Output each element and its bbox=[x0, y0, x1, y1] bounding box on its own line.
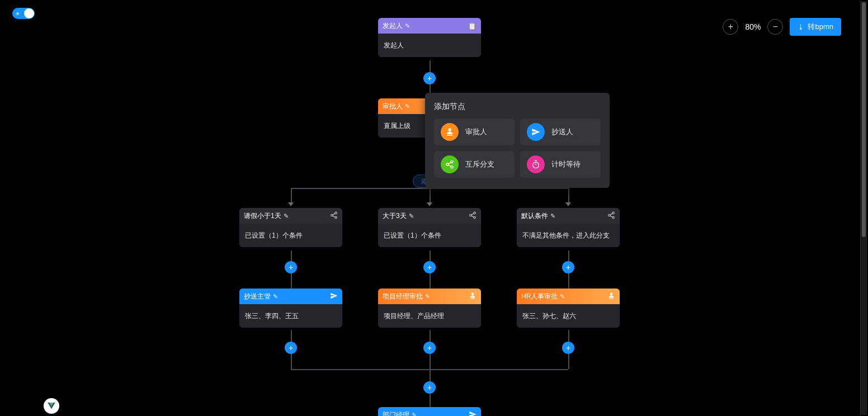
connector bbox=[291, 188, 292, 204]
add-plus-button[interactable]: + bbox=[423, 342, 436, 354]
flow-canvas[interactable]: 发起人 ✎ 📋 发起人 + 审批人 ✎ 直属上级 添加条件 请假小于1天 ✎ bbox=[0, 0, 868, 416]
node-header: 请假小于1天 ✎ bbox=[239, 208, 342, 224]
svg-line-4 bbox=[333, 215, 335, 216]
zoom-level: 80% bbox=[745, 22, 761, 31]
edit-icon[interactable]: ✎ bbox=[405, 22, 410, 30]
svg-line-18 bbox=[449, 162, 451, 164]
share-icon bbox=[441, 155, 459, 173]
add-plus-button[interactable]: + bbox=[562, 261, 574, 273]
add-plus-button[interactable]: + bbox=[285, 342, 297, 354]
svg-line-19 bbox=[449, 165, 451, 167]
svg-point-12 bbox=[612, 216, 615, 219]
popover-option-exclusive-branch[interactable]: 互斥分支 bbox=[434, 151, 515, 178]
popover-option-approver[interactable]: 审批人 bbox=[434, 119, 515, 145]
share-icon bbox=[607, 211, 615, 221]
edit-icon[interactable]: ✎ bbox=[412, 412, 417, 417]
node-header: 发起人 ✎ 📋 bbox=[378, 18, 481, 34]
node-condition-2[interactable]: 大于3天 ✎ 已设置（1）个条件 bbox=[378, 208, 481, 247]
svg-point-5 bbox=[474, 212, 476, 214]
stamp-icon bbox=[607, 292, 615, 301]
send-icon bbox=[527, 123, 545, 141]
node-body: 项目经理、产品经理 bbox=[378, 304, 481, 328]
node-title: 发起人 bbox=[383, 21, 403, 31]
scrollbar-thumb[interactable] bbox=[862, 2, 866, 237]
scrollbar[interactable] bbox=[860, 1, 867, 415]
node-title: 审批人 bbox=[383, 102, 403, 111]
edit-icon[interactable]: ✎ bbox=[550, 212, 555, 220]
edit-icon[interactable]: ✎ bbox=[405, 103, 410, 110]
node-header: 项目经理审批 ✎ bbox=[378, 289, 481, 304]
zoom-out-button[interactable]: − bbox=[767, 19, 783, 35]
node-title: 请假小于1天 bbox=[244, 211, 281, 221]
stamp-icon bbox=[469, 292, 477, 301]
node-header: HR人事审批 ✎ bbox=[517, 289, 620, 304]
node-title: 部门经理 bbox=[383, 410, 409, 417]
node-body: 已设置（1）个条件 bbox=[239, 224, 342, 247]
node-body: 已设置（1）个条件 bbox=[378, 224, 481, 247]
svg-point-17 bbox=[451, 166, 453, 168]
node-body: 不满足其他条件，进入此分支 bbox=[517, 224, 620, 247]
option-label: 互斥分支 bbox=[465, 159, 494, 169]
popover-title: 添加节点 bbox=[434, 102, 601, 112]
top-controls: + 80% − ⭳ 转bpmn bbox=[723, 18, 841, 36]
node-initiator[interactable]: 发起人 ✎ 📋 发起人 bbox=[378, 18, 481, 57]
node-pm-approval[interactable]: 项目经理审批 ✎ 项目经理、产品经理 bbox=[378, 289, 481, 328]
connector bbox=[430, 188, 431, 204]
node-body: 张三、孙七、赵六 bbox=[517, 304, 620, 328]
node-dept-manager[interactable]: 部门经理 ✎ bbox=[378, 407, 481, 416]
download-icon: ⭳ bbox=[798, 23, 804, 31]
arrow-icon bbox=[565, 202, 571, 206]
option-label: 抄送人 bbox=[551, 127, 573, 137]
popover-option-timer-wait[interactable]: 计时等待 bbox=[520, 151, 601, 178]
popover-option-cc[interactable]: 抄送人 bbox=[520, 119, 601, 145]
edit-icon[interactable]: ✎ bbox=[409, 212, 414, 220]
node-title: 大于3天 bbox=[383, 211, 407, 221]
option-label: 审批人 bbox=[465, 127, 487, 137]
svg-point-0 bbox=[335, 212, 337, 214]
svg-point-7 bbox=[474, 216, 476, 219]
node-header: 部门经理 ✎ bbox=[378, 407, 481, 416]
svg-point-16 bbox=[446, 163, 449, 166]
export-label: 转bpmn bbox=[808, 22, 833, 32]
edit-icon[interactable]: ✎ bbox=[425, 293, 430, 300]
send-icon bbox=[330, 292, 338, 301]
svg-line-9 bbox=[471, 215, 474, 216]
node-header: 抄送主管 ✎ bbox=[239, 289, 342, 304]
toggle-knob bbox=[24, 8, 34, 18]
node-body: 发起人 bbox=[378, 34, 481, 57]
svg-line-3 bbox=[333, 213, 335, 214]
connector bbox=[291, 369, 568, 370]
edit-icon[interactable]: ✎ bbox=[560, 293, 565, 300]
option-label: 计时等待 bbox=[551, 159, 581, 169]
node-header: 默认条件 ✎ bbox=[517, 208, 620, 224]
node-title: 项目经理审批 bbox=[383, 292, 423, 301]
svg-line-14 bbox=[610, 215, 612, 216]
add-plus-button[interactable]: + bbox=[562, 342, 574, 354]
svg-point-2 bbox=[335, 216, 337, 219]
svg-point-6 bbox=[470, 214, 472, 216]
add-node-popover[interactable]: 添加节点 审批人 抄送人 互斥分支 bbox=[425, 93, 610, 188]
edit-icon[interactable]: ✎ bbox=[284, 212, 289, 220]
node-header: 大于3天 ✎ bbox=[378, 208, 481, 224]
node-cc[interactable]: 抄送主管 ✎ 张三、李四、王五 bbox=[239, 289, 342, 328]
arrow-icon bbox=[288, 202, 294, 206]
vue-badge[interactable] bbox=[44, 398, 59, 414]
add-plus-button[interactable]: + bbox=[285, 261, 297, 273]
node-title: 默认条件 bbox=[521, 211, 548, 221]
export-bpmn-button[interactable]: ⭳ 转bpmn bbox=[790, 18, 841, 36]
node-hr-approval[interactable]: HR人事审批 ✎ 张三、孙七、赵六 bbox=[517, 289, 620, 328]
node-body: 张三、李四、王五 bbox=[239, 304, 342, 328]
node-condition-1[interactable]: 请假小于1天 ✎ 已设置（1）个条件 bbox=[239, 208, 342, 247]
node-condition-3[interactable]: 默认条件 ✎ 不满足其他条件，进入此分支 bbox=[517, 208, 620, 247]
zoom-in-button[interactable]: + bbox=[723, 19, 738, 35]
stopwatch-icon bbox=[527, 155, 545, 173]
add-plus-button[interactable]: + bbox=[423, 72, 436, 84]
share-icon bbox=[469, 211, 477, 221]
add-plus-button[interactable]: + bbox=[423, 261, 436, 273]
add-plus-button[interactable]: + bbox=[423, 381, 436, 394]
svg-line-13 bbox=[610, 213, 612, 214]
theme-toggle[interactable]: ☀ bbox=[12, 8, 35, 19]
svg-point-1 bbox=[331, 214, 333, 216]
stamp-icon bbox=[441, 123, 459, 141]
edit-icon[interactable]: ✎ bbox=[273, 293, 278, 300]
